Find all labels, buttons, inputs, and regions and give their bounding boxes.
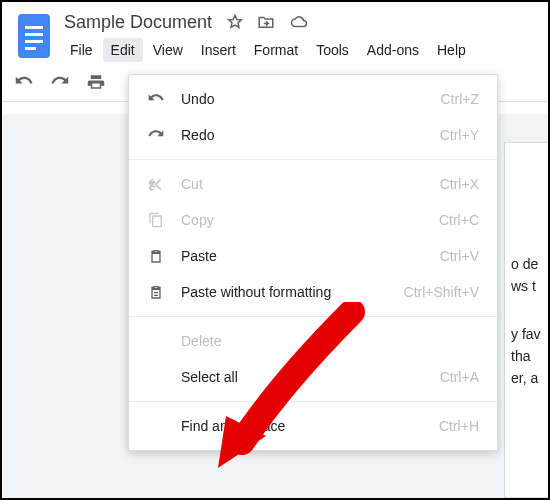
menu-file[interactable]: File (62, 38, 101, 62)
move-folder-icon[interactable] (256, 13, 276, 31)
menu-item-copy[interactable]: Copy Ctrl+C (129, 202, 497, 238)
menu-addons[interactable]: Add-ons (359, 38, 427, 62)
menu-shortcut: Ctrl+A (440, 369, 479, 385)
menu-item-delete[interactable]: Delete (129, 323, 497, 359)
page-text-line: er, a (511, 367, 549, 389)
menu-shortcut: Ctrl+V (440, 248, 479, 264)
menu-separator (129, 401, 497, 402)
menu-label: Copy (181, 212, 439, 228)
menu-separator (129, 316, 497, 317)
cloud-status-icon[interactable] (288, 13, 310, 31)
star-icon[interactable] (226, 13, 244, 31)
print-icon[interactable] (84, 70, 108, 94)
app-header: Sample Document File Edit View Insert Fo… (2, 2, 548, 62)
menu-label: Paste (181, 248, 440, 264)
menu-view[interactable]: View (145, 38, 191, 62)
svg-rect-4 (25, 47, 36, 50)
menu-help[interactable]: Help (429, 38, 474, 62)
menu-item-paste-without-formatting[interactable]: Paste without formatting Ctrl+Shift+V (129, 274, 497, 310)
menu-label: Cut (181, 176, 440, 192)
menu-label: Select all (181, 369, 440, 385)
menu-edit[interactable]: Edit (103, 38, 143, 62)
menu-label: Delete (181, 333, 479, 349)
page-text-line: y fav (511, 323, 549, 345)
svg-rect-3 (25, 40, 43, 43)
undo-icon[interactable] (12, 70, 36, 94)
menu-format[interactable]: Format (246, 38, 306, 62)
menu-item-paste[interactable]: Paste Ctrl+V (129, 238, 497, 274)
menu-shortcut: Ctrl+H (439, 418, 479, 434)
menu-insert[interactable]: Insert (193, 38, 244, 62)
document-title[interactable]: Sample Document (62, 11, 214, 34)
menu-label: Undo (181, 91, 441, 107)
menu-shortcut: Ctrl+X (440, 176, 479, 192)
menu-label: Paste without formatting (181, 284, 404, 300)
svg-rect-2 (25, 33, 43, 36)
menu-separator (129, 159, 497, 160)
redo-icon[interactable] (48, 70, 72, 94)
menu-label: Redo (181, 127, 440, 143)
undo-icon (145, 91, 167, 107)
menu-label: Find and replace (181, 418, 439, 434)
page-text-line: tha (511, 345, 549, 367)
redo-icon (145, 127, 167, 143)
document-page[interactable]: o de ws t y fav tha er, a (504, 142, 550, 498)
title-area: Sample Document File Edit View Insert Fo… (62, 10, 540, 62)
menubar: File Edit View Insert Format Tools Add-o… (62, 38, 540, 62)
page-text-line: ws t (511, 275, 549, 297)
menu-item-cut[interactable]: Cut Ctrl+X (129, 166, 497, 202)
menu-shortcut: Ctrl+Y (440, 127, 479, 143)
menu-item-find-and-replace[interactable]: Find and replace Ctrl+H (129, 408, 497, 444)
menu-shortcut: Ctrl+Shift+V (404, 284, 479, 300)
menu-item-undo[interactable]: Undo Ctrl+Z (129, 81, 497, 117)
menu-shortcut: Ctrl+Z (441, 91, 480, 107)
menu-shortcut: Ctrl+C (439, 212, 479, 228)
menu-item-select-all[interactable]: Select all Ctrl+A (129, 359, 497, 395)
cut-icon (145, 176, 167, 192)
page-text-line: o de (511, 253, 549, 275)
paste-plain-icon (145, 284, 167, 300)
docs-logo-icon[interactable] (16, 12, 52, 60)
copy-icon (145, 212, 167, 228)
menu-item-redo[interactable]: Redo Ctrl+Y (129, 117, 497, 153)
svg-rect-1 (25, 26, 43, 29)
menu-tools[interactable]: Tools (308, 38, 357, 62)
paste-icon (145, 248, 167, 264)
title-row: Sample Document (62, 10, 540, 34)
edit-menu-dropdown: Undo Ctrl+Z Redo Ctrl+Y Cut Ctrl+X Copy … (128, 74, 498, 451)
